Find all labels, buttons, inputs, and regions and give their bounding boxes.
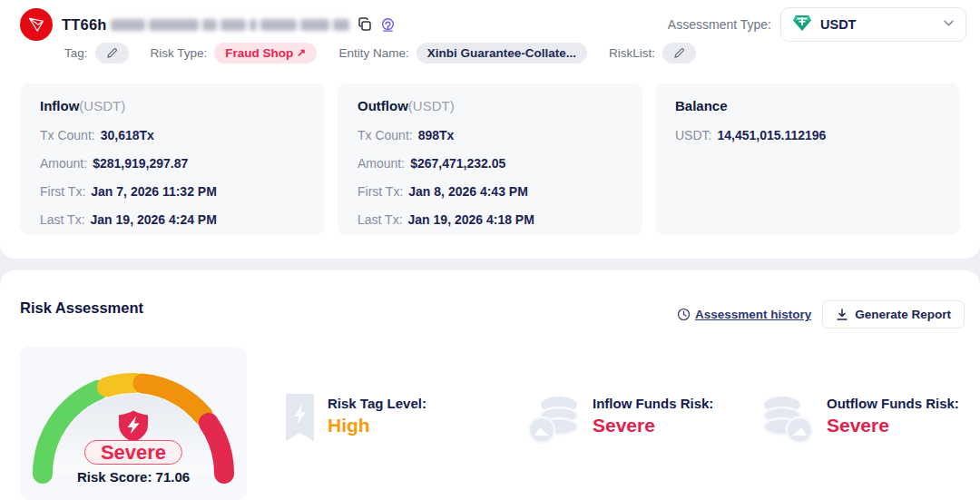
outflow-last-tx: Last Tx:Jan 19, 2026 4:18 PM	[358, 206, 622, 234]
edit-risklist-button[interactable]	[662, 43, 696, 64]
address-header-row: TT66h Assessment Type:	[20, 7, 966, 42]
entity-name-pill[interactable]: Xinbi Guarantee-Collate...	[416, 43, 587, 64]
inflow-funds-risk-label: Inflow Funds Risk:	[593, 396, 713, 411]
risk-tag-level-block: Risk Tag Level: High	[286, 394, 426, 445]
assessment-type-wrap: Assessment Type: USDT	[668, 7, 966, 42]
usdt-token-icon	[792, 13, 812, 36]
inflow-first-tx: First Tx:Jan 7, 2026 11:32 PM	[40, 178, 305, 206]
inflow-funds-risk-value: Severe	[593, 415, 713, 436]
risk-tag-level-value: High	[328, 415, 426, 436]
address-redacted	[111, 19, 349, 31]
outflow-funds-risk-block: Outflow Funds Risk: Severe	[762, 394, 959, 448]
risk-type-value: Fraud Shop	[225, 46, 293, 60]
outflow-first-tx: First Tx:Jan 8, 2026 4:43 PM	[358, 178, 622, 206]
explorer-link-icon[interactable]	[380, 17, 396, 33]
download-icon	[836, 309, 848, 321]
risk-tag-level-label: Risk Tag Level:	[328, 396, 426, 411]
risk-score-text: Risk Score: 71.06	[20, 469, 247, 485]
inflow-card: Inflow(USDT) Tx Count:30,618Tx Amount:$2…	[20, 83, 325, 235]
risk-assessment-title: Risk Assessment	[20, 299, 143, 317]
assessment-type-label: Assessment Type:	[668, 17, 771, 32]
balance-card: Balance USDT:14,451,015.112196	[655, 83, 960, 235]
inflow-last-tx: Last Tx:Jan 19, 2026 4:24 PM	[40, 206, 305, 234]
chevron-down-icon	[943, 16, 955, 33]
entity-name-value: Xinbi Guarantee-Collate...	[427, 46, 576, 60]
bookmark-bolt-icon	[286, 394, 314, 445]
risk-assessment-actions: Assessment history Generate Report	[677, 300, 965, 328]
outflow-funds-icon	[762, 394, 813, 448]
outflow-funds-risk-label: Outflow Funds Risk:	[827, 396, 959, 411]
copy-address-icon[interactable]	[358, 17, 372, 32]
outflow-card-title: Outflow(USDT)	[358, 98, 622, 113]
risk-assessment-panel: Risk Assessment Assessment history Gener…	[0, 270, 980, 500]
risk-type-label: Risk Type:	[151, 46, 208, 60]
inflow-card-title: Inflow(USDT)	[40, 98, 305, 113]
address-prefix: TT66h	[62, 16, 107, 34]
assessment-history-link[interactable]: Assessment history	[677, 308, 811, 321]
risk-level-badge: Severe	[84, 440, 182, 465]
inflow-funds-icon	[528, 394, 579, 448]
generate-report-button[interactable]: Generate Report	[822, 300, 965, 328]
outflow-card: Outflow(USDT) Tx Count:898Tx Amount:$267…	[338, 83, 642, 235]
address-summary-panel: TT66h Assessment Type:	[0, 0, 980, 259]
tron-logo-icon	[20, 8, 53, 41]
external-link-icon: ↗	[297, 46, 306, 59]
assessment-type-select[interactable]: USDT	[780, 7, 966, 42]
risk-score-gauge: Severe Risk Score: 71.06	[20, 347, 247, 500]
inflow-tx-count: Tx Count:30,618Tx	[40, 122, 305, 150]
tag-label: Tag:	[64, 46, 88, 60]
inflow-amount: Amount:$281,919,297.87	[40, 150, 305, 178]
outflow-funds-risk-value: Severe	[827, 415, 959, 436]
entity-name-label: Entity Name:	[338, 46, 408, 60]
clock-icon	[677, 308, 691, 321]
inflow-funds-risk-block: Inflow Funds Risk: Severe	[528, 394, 713, 448]
outflow-tx-count: Tx Count:898Tx	[358, 122, 622, 150]
balance-card-title: Balance	[675, 98, 940, 113]
balance-usdt: USDT:14,451,015.112196	[675, 122, 940, 150]
risk-type-pill[interactable]: Fraud Shop ↗	[214, 43, 317, 64]
risklist-label: RiskList:	[609, 46, 655, 60]
edit-tag-button[interactable]	[95, 43, 129, 64]
outflow-amount: Amount:$267,471,232.05	[358, 150, 622, 178]
tag-row: Tag: Risk Type: Fraud Shop ↗ Entity Name…	[64, 42, 696, 64]
assessment-type-value: USDT	[820, 17, 856, 32]
